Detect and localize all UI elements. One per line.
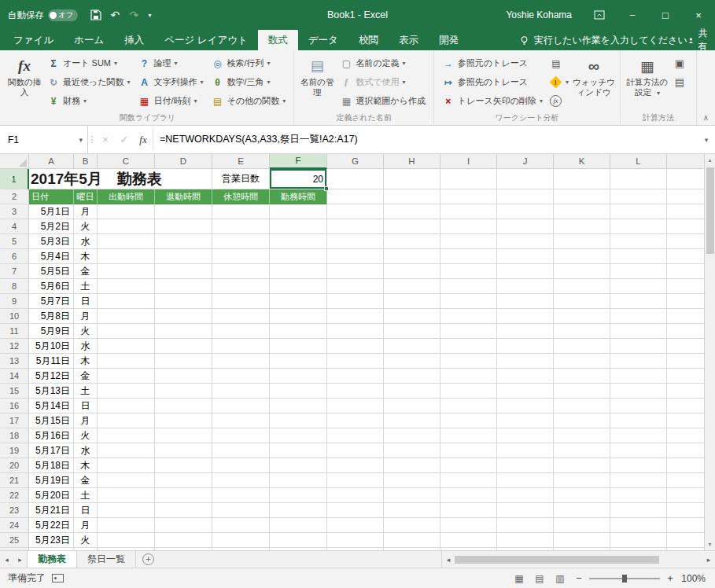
- tab-view[interactable]: 表示: [389, 30, 429, 50]
- cell-F12[interactable]: [270, 339, 327, 354]
- cell-F17[interactable]: [270, 413, 327, 428]
- cell-B2[interactable]: 曜日: [74, 189, 98, 204]
- cell-B23[interactable]: 日: [74, 503, 98, 518]
- cell-K17[interactable]: [554, 413, 610, 428]
- cell-A17[interactable]: 5月15日: [29, 413, 74, 428]
- expand-formula-bar-button[interactable]: ▾: [698, 126, 715, 153]
- cell-G2[interactable]: [327, 189, 384, 204]
- cell-L12[interactable]: [610, 339, 667, 354]
- column-header-D[interactable]: D: [155, 154, 212, 169]
- cell-B25[interactable]: 火: [74, 533, 98, 548]
- cell-K21[interactable]: [554, 473, 610, 488]
- minimize-button[interactable]: −: [616, 0, 649, 30]
- cell-J5[interactable]: [497, 234, 554, 249]
- name-box[interactable]: F1 ▾: [0, 126, 88, 153]
- row-header-24[interactable]: 24: [0, 518, 29, 533]
- cell-K15[interactable]: [554, 384, 610, 399]
- cell-G3[interactable]: [327, 204, 384, 219]
- cell-L19[interactable]: [610, 443, 667, 458]
- cell-A25[interactable]: 5月23日: [29, 533, 74, 548]
- view-normal-button[interactable]: ▦: [509, 573, 529, 584]
- cell-A24[interactable]: 5月22日: [29, 518, 74, 533]
- cell-C7[interactable]: [98, 264, 155, 279]
- cell-H22[interactable]: [384, 488, 440, 503]
- cell-F15[interactable]: [270, 384, 327, 399]
- cell-D14[interactable]: [155, 369, 212, 384]
- cell-C16[interactable]: [98, 399, 155, 413]
- cell-B6[interactable]: 木: [74, 249, 98, 264]
- cell-B9[interactable]: 日: [74, 294, 98, 309]
- column-header-A[interactable]: A: [29, 154, 74, 169]
- cell-A11[interactable]: 5月9日: [29, 324, 74, 339]
- cell-I2[interactable]: [440, 189, 497, 204]
- cell-D5[interactable]: [155, 234, 212, 249]
- cell-G18[interactable]: [327, 428, 384, 443]
- cell-C23[interactable]: [98, 503, 155, 518]
- cell-L22[interactable]: [610, 488, 667, 503]
- cell-B4[interactable]: 火: [74, 219, 98, 234]
- cell-C8[interactable]: [98, 279, 155, 294]
- cell-D12[interactable]: [155, 339, 212, 354]
- cell-C12[interactable]: [98, 339, 155, 354]
- cell-H9[interactable]: [384, 294, 440, 309]
- cell-L15[interactable]: [610, 384, 667, 399]
- row-header-12[interactable]: 12: [0, 339, 29, 354]
- cell-L23[interactable]: [610, 503, 667, 518]
- cell-H14[interactable]: [384, 369, 440, 384]
- row-header-5[interactable]: 5: [0, 234, 29, 249]
- cell-D6[interactable]: [155, 249, 212, 264]
- cell-D3[interactable]: [155, 204, 212, 219]
- cell-J6[interactable]: [497, 249, 554, 264]
- user-name[interactable]: Yoshie Kohama: [506, 9, 572, 20]
- select-all-corner[interactable]: [0, 154, 29, 169]
- cell-D4[interactable]: [155, 219, 212, 234]
- view-page-break-button[interactable]: ▥: [550, 573, 570, 584]
- cell-L4[interactable]: [610, 219, 667, 234]
- cell-G16[interactable]: [327, 399, 384, 413]
- cell-D19[interactable]: [155, 443, 212, 458]
- row-header-10[interactable]: 10: [0, 309, 29, 324]
- enter-button[interactable]: ✓: [115, 126, 134, 153]
- cell-E6[interactable]: [212, 249, 270, 264]
- row-header-18[interactable]: 18: [0, 428, 29, 443]
- trace-dependents-button[interactable]: ↦ 参照先のトレース: [438, 74, 547, 90]
- cell-J22[interactable]: [497, 488, 554, 503]
- cell-A4[interactable]: 5月2日: [29, 219, 74, 234]
- cell-L8[interactable]: [610, 279, 667, 294]
- cell-F24[interactable]: [270, 518, 327, 533]
- cell-L20[interactable]: [610, 458, 667, 473]
- cell-G25[interactable]: [327, 533, 384, 548]
- cell-J10[interactable]: [497, 309, 554, 324]
- cell-B20[interactable]: 木: [74, 458, 98, 473]
- cell-D20[interactable]: [155, 458, 212, 473]
- cell-D21[interactable]: [155, 473, 212, 488]
- zoom-slider-thumb[interactable]: [622, 575, 627, 582]
- cell-K20[interactable]: [554, 458, 610, 473]
- cell-G19[interactable]: [327, 443, 384, 458]
- cell-J23[interactable]: [497, 503, 554, 518]
- row-header-23[interactable]: 23: [0, 503, 29, 518]
- cell-K3[interactable]: [554, 204, 610, 219]
- calculation-options-button[interactable]: ▦ 計算方法の設定 ▾: [625, 53, 670, 98]
- cell-D23[interactable]: [155, 503, 212, 518]
- cell-B17[interactable]: 月: [74, 413, 98, 428]
- cell-I20[interactable]: [440, 458, 497, 473]
- cell-F23[interactable]: [270, 503, 327, 518]
- cell-G7[interactable]: [327, 264, 384, 279]
- cell-K9[interactable]: [554, 294, 610, 309]
- row-header-4[interactable]: 4: [0, 219, 29, 234]
- cell-I19[interactable]: [440, 443, 497, 458]
- financial-button[interactable]: ¥ 財務 ▾: [43, 93, 135, 109]
- cell-E5[interactable]: [212, 234, 270, 249]
- tab-page-layout[interactable]: ページ レイアウト: [154, 30, 258, 50]
- zoom-in-button[interactable]: +: [662, 572, 679, 584]
- row-header-3[interactable]: 3: [0, 204, 29, 219]
- row-header-13[interactable]: 13: [0, 354, 29, 369]
- cell-D25[interactable]: [155, 533, 212, 548]
- column-header-G[interactable]: G: [327, 154, 384, 169]
- column-header-H[interactable]: H: [384, 154, 440, 169]
- cell-H13[interactable]: [384, 354, 440, 369]
- cell-K22[interactable]: [554, 488, 610, 503]
- cell-H3[interactable]: [384, 204, 440, 219]
- scroll-down-button[interactable]: ▾: [705, 538, 715, 550]
